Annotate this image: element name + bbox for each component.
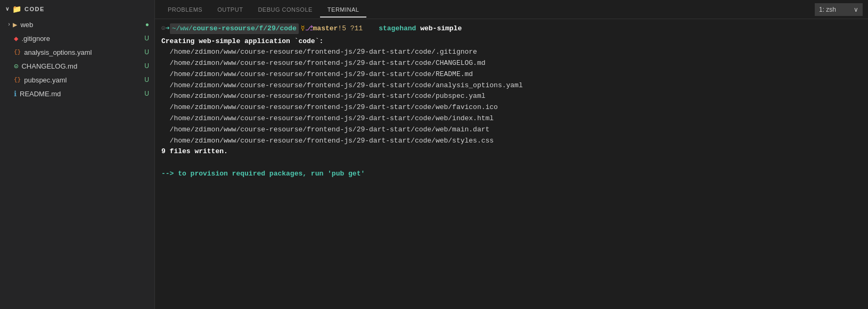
sidebar-item-analysis[interactable]: {} analysis_options.yaml U — [0, 45, 154, 59]
prompt-arrow: ➜ — [166, 23, 170, 34]
sidebar-item-label-readme: README.md — [20, 90, 142, 98]
pubspec-icon: {} — [14, 77, 21, 83]
badge-pubspec: U — [144, 76, 149, 83]
badge-web: ● — [145, 21, 149, 28]
terminal-selector[interactable]: 1: zsh ∨ — [815, 3, 863, 16]
badge-changelog: U — [144, 62, 149, 70]
branch-name: master — [313, 23, 338, 34]
file-tree: › ▶ web ● ◆ .gitignore U {} analysis_opt… — [0, 18, 154, 309]
changelog-icon: ⊙ — [14, 62, 18, 71]
badge-gitignore: U — [144, 35, 149, 42]
sidebar-item-web[interactable]: › ▶ web ● — [0, 18, 154, 31]
yaml-icon: {} — [14, 49, 21, 55]
prompt-icon: ⊙ — [161, 23, 166, 34]
badge-readme: U — [144, 90, 149, 97]
git-icon: ◆ — [14, 34, 18, 43]
command-stagehand: stagehand — [379, 24, 420, 32]
folder-icon: 📁 — [12, 5, 22, 13]
sidebar-item-pubspec[interactable]: {} pubspec.yaml U — [0, 73, 154, 87]
tab-problems[interactable]: PROBLEMS — [160, 2, 210, 17]
terminal-selector-chevron: ∨ — [854, 6, 858, 13]
sidebar-item-label-gitignore: .gitignore — [21, 35, 142, 43]
terminal-prompt-line: ⊙ ➜ ~/ww/course-resourse/f/29/code ☿ ⎇ m… — [161, 23, 862, 34]
tab-output[interactable]: OUTPUT — [210, 2, 250, 17]
sidebar-item-label-analysis: analysis_options.yaml — [24, 48, 142, 56]
sidebar: ∨ 📁 CODE › ▶ web ● ◆ .gitignore U {} ana… — [0, 0, 155, 309]
sidebar-item-gitignore[interactable]: ◆ .gitignore U — [0, 31, 154, 45]
chevron-down-icon: ∨ — [5, 6, 10, 12]
badge-analysis: U — [144, 48, 149, 56]
branch-icon: ⎇ — [305, 23, 313, 34]
sidebar-title: CODE — [24, 6, 45, 12]
sidebar-item-readme[interactable]: ℹ README.md U — [0, 87, 154, 101]
chevron-right-icon: › — [7, 22, 11, 28]
folder-icon: ▶ — [13, 20, 17, 29]
sidebar-item-label-pubspec: pubspec.yaml — [24, 76, 142, 84]
main-panel: PROBLEMS OUTPUT DEBUG CONSOLE TERMINAL 1… — [155, 0, 868, 309]
readme-icon: ℹ — [14, 89, 17, 98]
tab-terminal[interactable]: TERMINAL — [320, 2, 367, 17]
sidebar-item-label-web: web — [20, 21, 143, 29]
tab-debug-console[interactable]: DEBUG CONSOLE — [250, 2, 320, 17]
panel-tabs: PROBLEMS OUTPUT DEBUG CONSOLE TERMINAL 1… — [155, 0, 868, 19]
path-highlight: course-resourse/f/29/code — [193, 24, 297, 32]
terminal-output: Creating web-simple application `code`: … — [161, 36, 862, 180]
git-status: !5 ?11 — [338, 23, 363, 34]
sidebar-item-changelog[interactable]: ⊙ CHANGELOG.md U — [0, 59, 154, 73]
terminal-content[interactable]: ⊙ ➜ ~/ww/course-resourse/f/29/code ☿ ⎇ m… — [155, 19, 868, 309]
sidebar-item-label-changelog: CHANGELOG.md — [21, 62, 142, 70]
command-arg: web-simple — [420, 24, 462, 32]
path-tilde: ~/ww/ — [172, 24, 193, 32]
git-branch-icon: ☿ — [301, 23, 305, 34]
sidebar-header: ∨ 📁 CODE — [0, 0, 154, 18]
terminal-selector-label: 1: zsh — [819, 6, 836, 13]
